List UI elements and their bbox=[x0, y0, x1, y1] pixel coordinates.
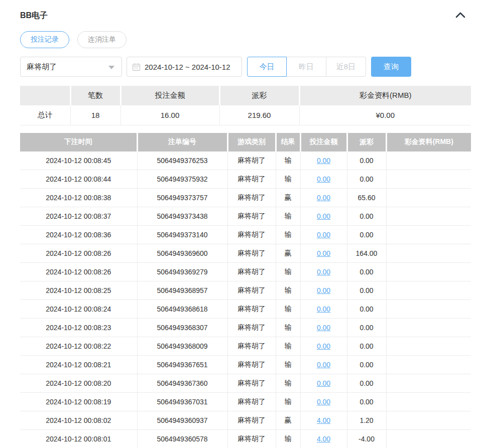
table-cell: 5064949369279 bbox=[137, 263, 227, 281]
table-cell: 麻将胡了 bbox=[227, 281, 276, 300]
table-row: 2024-10-12 00:08:265064949369600麻将胡了赢0.0… bbox=[20, 244, 471, 263]
yesterday-button[interactable]: 昨日 bbox=[287, 57, 326, 77]
bet-amount-link[interactable]: 4.00 bbox=[317, 435, 330, 443]
record-type-tabs: 投注记录 连消注单 bbox=[20, 31, 471, 48]
table-cell: 麻将胡了 bbox=[227, 263, 276, 281]
game-select-value: 麻将胡了 bbox=[27, 62, 57, 72]
yesterday-button-label: 昨日 bbox=[299, 62, 314, 72]
summary-header-payout: 派彩 bbox=[219, 86, 299, 105]
bet-amount-link[interactable]: 0.00 bbox=[317, 194, 330, 202]
panel-title: BB电子 bbox=[20, 11, 48, 21]
summary-total-payout: 219.60 bbox=[219, 105, 299, 125]
bet-amount-link[interactable]: 0.00 bbox=[317, 342, 330, 350]
table-cell: 5064949368307 bbox=[137, 319, 227, 337]
chevron-up-icon bbox=[455, 11, 465, 20]
table-row: 2024-10-12 00:08:245064949368618麻将胡了输0.0… bbox=[20, 300, 471, 319]
table-cell: 0.00 bbox=[300, 356, 347, 374]
summary-header-row: 笔数 投注金额 派彩 彩金资料(RMB) bbox=[20, 86, 471, 105]
date-range-value: 2024-10-12 ~ 2024-10-12 bbox=[145, 63, 230, 71]
table-header-cell: 下注时间 bbox=[20, 133, 137, 152]
table-header-cell: 派彩 bbox=[347, 133, 386, 152]
table-cell bbox=[386, 374, 471, 393]
table-row: 2024-10-12 00:08:385064949373757麻将胡了赢0.0… bbox=[20, 189, 471, 207]
tab-cancelled-orders[interactable]: 连消注单 bbox=[77, 31, 127, 48]
table-cell: 0.00 bbox=[300, 152, 347, 170]
table-cell: 输 bbox=[276, 356, 300, 374]
table-cell: 164.00 bbox=[347, 244, 386, 263]
table-header-cell: 投注金额 bbox=[300, 133, 347, 152]
table-row: 2024-10-12 00:08:225064949368009麻将胡了输0.0… bbox=[20, 337, 471, 356]
table-cell: 5064949375932 bbox=[137, 170, 227, 189]
quick-date-buttons: 今日 昨日 近8日 bbox=[247, 57, 366, 77]
bet-amount-link[interactable]: 0.00 bbox=[317, 157, 330, 165]
last-8-days-button[interactable]: 近8日 bbox=[326, 57, 366, 77]
bet-amount-link[interactable]: 0.00 bbox=[317, 361, 330, 369]
table-cell: 4.00 bbox=[300, 411, 347, 430]
table-cell: 2024-10-12 00:08:25 bbox=[20, 281, 137, 300]
table-cell bbox=[386, 319, 471, 337]
table-cell: 0.00 bbox=[347, 170, 386, 189]
summary-header-empty bbox=[20, 86, 70, 105]
table-cell: 麻将胡了 bbox=[227, 374, 276, 393]
table-cell: 0.00 bbox=[300, 337, 347, 356]
bet-amount-link[interactable]: 0.00 bbox=[317, 268, 330, 276]
table-cell: 2024-10-12 00:08:37 bbox=[20, 207, 137, 226]
table-cell: 麻将胡了 bbox=[227, 170, 276, 189]
bet-amount-link[interactable]: 0.00 bbox=[317, 324, 330, 332]
bet-amount-link[interactable]: 0.00 bbox=[317, 175, 330, 183]
bet-amount-link[interactable]: 0.00 bbox=[317, 249, 330, 257]
table-cell: 2024-10-12 00:08:24 bbox=[20, 300, 137, 319]
summary-header-bet-amount: 投注金额 bbox=[121, 86, 219, 105]
bet-amount-link[interactable]: 4.00 bbox=[317, 416, 330, 424]
filter-row: 麻将胡了 2024-10-12 ~ 2024-10-12 今日 bbox=[20, 57, 471, 77]
calendar-icon bbox=[132, 63, 141, 71]
bet-amount-link[interactable]: 0.00 bbox=[317, 398, 330, 406]
table-cell: 输 bbox=[276, 207, 300, 226]
table-cell: 0.00 bbox=[300, 374, 347, 393]
today-button[interactable]: 今日 bbox=[247, 57, 287, 77]
table-row: 2024-10-12 00:08:215064949367651麻将胡了输0.0… bbox=[20, 356, 471, 374]
game-select-dropdown[interactable]: 麻将胡了 bbox=[20, 57, 122, 77]
summary-total-row: 总计 18 16.00 219.60 ¥0.00 bbox=[20, 105, 471, 125]
table-cell: 2024-10-12 00:08:19 bbox=[20, 393, 137, 411]
table-cell: 0.00 bbox=[347, 319, 386, 337]
table-cell: 0.00 bbox=[347, 337, 386, 356]
table-cell: 0.00 bbox=[300, 207, 347, 226]
summary-total-label: 总计 bbox=[20, 105, 70, 125]
table-row: 2024-10-12 00:08:235064949368307麻将胡了输0.0… bbox=[20, 319, 471, 337]
bet-amount-link[interactable]: 0.00 bbox=[317, 379, 330, 387]
tab-betting-records[interactable]: 投注记录 bbox=[20, 31, 69, 48]
table-cell: 输 bbox=[276, 337, 300, 356]
date-range-picker[interactable]: 2024-10-12 ~ 2024-10-12 bbox=[127, 57, 242, 77]
table-cell: 赢 bbox=[276, 411, 300, 430]
table-cell bbox=[386, 189, 471, 207]
table-cell: 0.00 bbox=[300, 319, 347, 337]
table-cell bbox=[386, 430, 471, 448]
query-button[interactable]: 查询 bbox=[371, 57, 411, 77]
table-cell: 5064949367031 bbox=[137, 393, 227, 411]
table-row: 2024-10-12 00:08:255064949368957麻将胡了输0.0… bbox=[20, 281, 471, 300]
table-cell bbox=[386, 226, 471, 244]
table-row: 2024-10-12 00:08:455064949376253麻将胡了输0.0… bbox=[20, 152, 471, 170]
table-cell bbox=[386, 244, 471, 263]
table-cell: 2024-10-12 00:08:36 bbox=[20, 226, 137, 244]
table-cell bbox=[386, 170, 471, 189]
table-row: 2024-10-12 00:08:025064949360937麻将胡了赢4.0… bbox=[20, 411, 471, 430]
table-header-cell: 注单编号 bbox=[137, 133, 227, 152]
table-cell: 赢 bbox=[276, 189, 300, 207]
table-row: 2024-10-12 00:08:205064949367360麻将胡了输0.0… bbox=[20, 374, 471, 393]
table-cell: 4.00 bbox=[300, 430, 347, 448]
last-8-days-button-label: 近8日 bbox=[336, 62, 355, 72]
summary-total-bonus: ¥0.00 bbox=[299, 105, 471, 125]
table-cell: 麻将胡了 bbox=[227, 356, 276, 374]
bet-amount-link[interactable]: 0.00 bbox=[317, 286, 330, 294]
bet-amount-link[interactable]: 0.00 bbox=[317, 305, 330, 313]
table-cell: 输 bbox=[276, 170, 300, 189]
table-cell: 2024-10-12 00:08:45 bbox=[20, 152, 137, 170]
bet-amount-link[interactable]: 0.00 bbox=[317, 212, 330, 220]
table-cell: 麻将胡了 bbox=[227, 393, 276, 411]
table-row: 2024-10-12 00:08:375064949373438麻将胡了输0.0… bbox=[20, 207, 471, 226]
table-cell bbox=[386, 207, 471, 226]
bet-amount-link[interactable]: 0.00 bbox=[317, 231, 330, 239]
collapse-button[interactable] bbox=[454, 11, 467, 21]
